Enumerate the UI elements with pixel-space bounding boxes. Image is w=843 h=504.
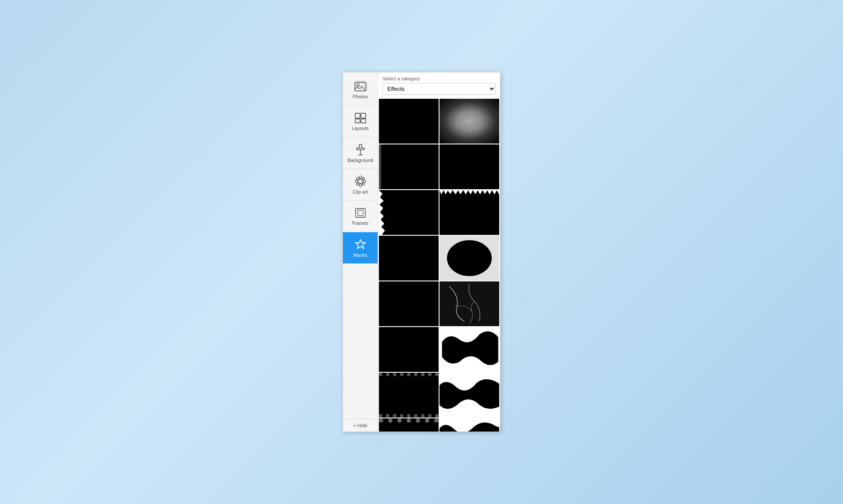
mask-item-4[interactable] — [440, 144, 499, 189]
layouts-icon — [354, 112, 367, 124]
svg-point-14 — [355, 180, 358, 183]
svg-rect-20 — [356, 209, 365, 217]
mask-item-12[interactable] — [440, 327, 499, 372]
mask-grid — [378, 98, 500, 432]
sidebar-item-masks[interactable]: Masks — [343, 232, 378, 264]
frames-icon — [354, 207, 367, 219]
svg-point-13 — [359, 184, 362, 187]
svg-point-2 — [357, 84, 359, 86]
sidebar-label-masks: Masks — [353, 252, 367, 258]
sidebar-label-layouts: Layouts — [352, 126, 369, 131]
mask-item-11[interactable] — [379, 327, 439, 372]
mask-item-10[interactable] — [440, 281, 499, 326]
sidebar-item-background[interactable]: Background — [343, 137, 378, 169]
background-icon — [355, 144, 366, 156]
mask-item-13[interactable] — [379, 373, 439, 418]
svg-rect-3 — [355, 113, 360, 118]
sidebar-label-clip-art: Clip art — [353, 189, 368, 194]
mask-item-3[interactable] — [379, 144, 439, 189]
photos-icon — [354, 81, 367, 92]
sidebar: Photos Layouts Background — [343, 72, 378, 432]
sidebar-item-clip-art[interactable]: Clip art — [343, 169, 378, 201]
mask-item-5[interactable] — [379, 190, 439, 235]
panel-header: Select a category Effects Basic Grunge V… — [378, 72, 500, 98]
sidebar-label-frames: Frames — [352, 220, 368, 226]
svg-rect-4 — [361, 113, 366, 118]
sidebar-label-photos: Photos — [353, 94, 367, 99]
svg-point-19 — [362, 183, 364, 185]
mask-item-15[interactable] — [379, 418, 439, 432]
mask-item-7[interactable] — [379, 236, 439, 281]
app-window: Photos Layouts Background — [342, 72, 501, 432]
sidebar-label-background: Background — [347, 158, 373, 163]
svg-point-12 — [359, 176, 362, 179]
mask-item-16[interactable] — [440, 418, 499, 432]
sidebar-item-layouts[interactable]: Layouts — [343, 106, 378, 137]
svg-marker-22 — [356, 240, 365, 248]
category-label: Select a category — [382, 76, 496, 81]
mask-item-6[interactable] — [440, 190, 499, 235]
svg-rect-8 — [359, 144, 362, 148]
sidebar-item-photos[interactable]: Photos — [343, 74, 378, 106]
masks-scroll-area[interactable] — [378, 98, 500, 432]
svg-point-17 — [362, 177, 364, 180]
svg-point-16 — [357, 177, 359, 180]
sidebar-item-frames[interactable]: Frames — [343, 201, 378, 232]
category-select[interactable]: Effects Basic Grunge Vintage Geometric — [382, 83, 496, 95]
svg-point-11 — [358, 179, 363, 184]
mask-item-9[interactable] — [379, 281, 439, 326]
hide-label: Hide — [357, 423, 367, 428]
clip-art-icon — [354, 175, 367, 187]
mask-item-14[interactable] — [440, 373, 499, 418]
main-panel: Select a category Effects Basic Grunge V… — [378, 72, 500, 432]
svg-rect-6 — [361, 119, 366, 123]
hide-button[interactable]: « Hide — [343, 419, 378, 432]
svg-point-18 — [357, 183, 359, 185]
svg-point-15 — [363, 180, 366, 183]
mask-item-1[interactable] — [379, 99, 439, 144]
svg-rect-21 — [358, 210, 363, 216]
mask-item-2[interactable] — [440, 99, 499, 144]
svg-rect-5 — [355, 119, 360, 123]
mask-item-8[interactable] — [440, 236, 499, 281]
masks-icon — [354, 238, 367, 251]
